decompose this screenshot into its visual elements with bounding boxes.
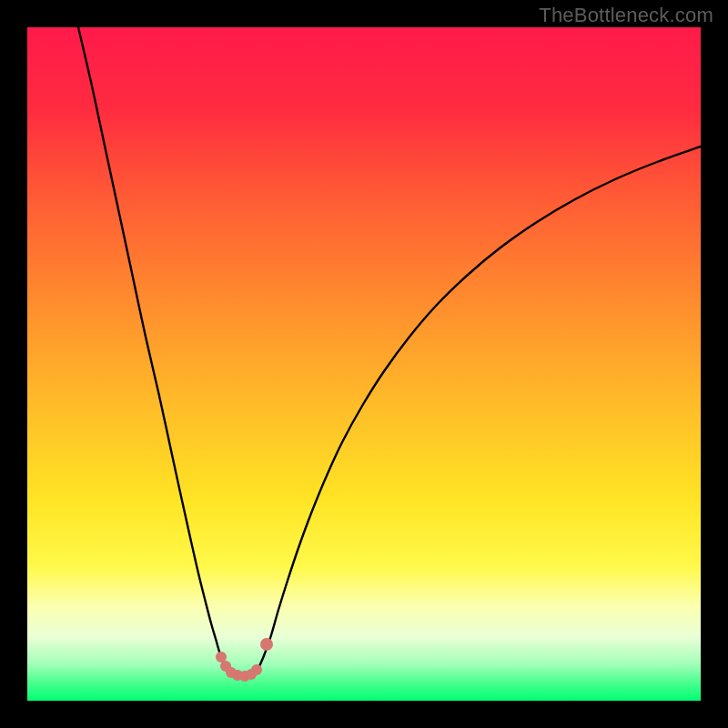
bottleneck-curve xyxy=(78,27,701,676)
data-dot xyxy=(251,664,262,675)
chart-area xyxy=(27,27,701,701)
watermark-text: TheBottleneck.com xyxy=(539,4,713,27)
data-dots xyxy=(216,638,273,682)
data-dot xyxy=(260,638,273,651)
chart-svg xyxy=(27,27,701,701)
